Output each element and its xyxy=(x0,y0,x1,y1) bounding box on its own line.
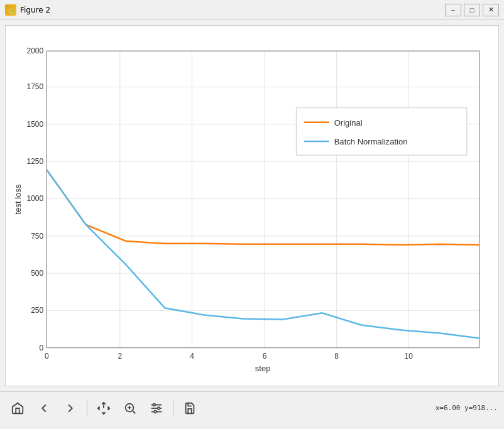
close-button[interactable]: ✕ xyxy=(483,4,499,16)
title-bar: 🐍 Figure 2 − □ ✕ xyxy=(0,0,504,20)
svg-point-41 xyxy=(153,403,156,406)
svg-rect-34 xyxy=(296,108,466,155)
svg-text:test loss: test loss xyxy=(13,184,23,214)
svg-text:500: 500 xyxy=(31,269,43,278)
window-title: Figure 2 xyxy=(20,6,445,14)
forward-button[interactable] xyxy=(59,397,82,420)
status-text: x=6.00 y=918... xyxy=(436,404,498,412)
minimize-button[interactable]: − xyxy=(445,4,461,16)
toolbar-separator-1 xyxy=(87,399,87,417)
zoom-button[interactable] xyxy=(119,397,141,420)
svg-text:250: 250 xyxy=(31,306,43,315)
settings-button[interactable] xyxy=(145,397,168,420)
svg-text:0: 0 xyxy=(45,352,49,361)
svg-text:4: 4 xyxy=(190,352,194,361)
svg-text:1750: 1750 xyxy=(26,83,43,92)
svg-text:1500: 1500 xyxy=(26,120,43,129)
save-button[interactable] xyxy=(178,397,201,420)
legend-bn-label: Batch Normalization xyxy=(334,137,408,146)
pan-button[interactable] xyxy=(92,397,115,420)
window-controls: − □ ✕ xyxy=(445,4,499,16)
back-button[interactable] xyxy=(33,397,55,420)
figure-area: 0 250 500 750 1000 1250 1500 1750 2000 0… xyxy=(5,25,499,386)
toolbar-separator-2 xyxy=(173,399,173,417)
svg-point-42 xyxy=(158,407,160,410)
svg-text:2000: 2000 xyxy=(26,46,43,55)
svg-text:750: 750 xyxy=(31,232,43,241)
svg-point-43 xyxy=(154,410,156,413)
svg-text:0: 0 xyxy=(40,344,44,352)
maximize-button[interactable]: □ xyxy=(464,4,480,16)
svg-text:8: 8 xyxy=(334,352,339,361)
svg-text:1000: 1000 xyxy=(26,194,43,203)
svg-text:1250: 1250 xyxy=(26,157,43,166)
legend-original-label: Original xyxy=(334,118,363,128)
chart-wrapper: 0 250 500 750 1000 1250 1500 1750 2000 0… xyxy=(6,26,498,386)
svg-text:step: step xyxy=(255,364,271,373)
toolbar: x=6.00 y=918... xyxy=(0,391,504,424)
app-icon: 🐍 xyxy=(5,4,16,16)
home-button[interactable] xyxy=(6,397,29,420)
svg-text:6: 6 xyxy=(263,352,267,361)
svg-rect-0 xyxy=(47,51,479,347)
main-chart: 0 250 500 750 1000 1250 1500 1750 2000 0… xyxy=(12,38,492,379)
svg-text:2: 2 xyxy=(118,352,123,361)
svg-text:10: 10 xyxy=(405,352,414,361)
